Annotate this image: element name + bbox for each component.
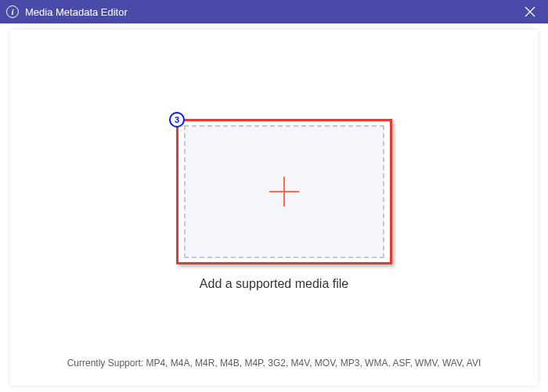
step-badge: 3 [169, 112, 185, 128]
info-icon: i [6, 5, 19, 18]
inner-panel: 3 Add a supported media file Currently S… [10, 30, 538, 386]
titlebar: i Media Metadata Editor [0, 0, 548, 23]
dropzone-container: 3 [176, 119, 392, 264]
close-icon [525, 6, 535, 17]
window-title: Media Metadata Editor [25, 6, 518, 18]
plus-icon [266, 174, 302, 210]
drop-label: Add a supported media file [10, 277, 538, 291]
close-button[interactable] [518, 0, 542, 23]
supported-formats-text: Currently Support: MP4, M4A, M4R, M4B, M… [10, 358, 538, 369]
content-area: 3 Add a supported media file Currently S… [0, 23, 548, 392]
file-dropzone[interactable] [184, 125, 384, 258]
